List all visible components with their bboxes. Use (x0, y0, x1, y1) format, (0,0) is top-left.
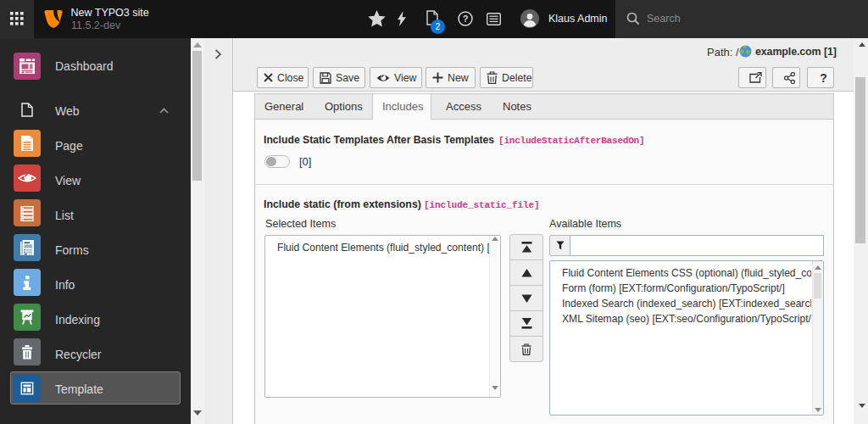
svg-text:?: ? (463, 14, 469, 24)
